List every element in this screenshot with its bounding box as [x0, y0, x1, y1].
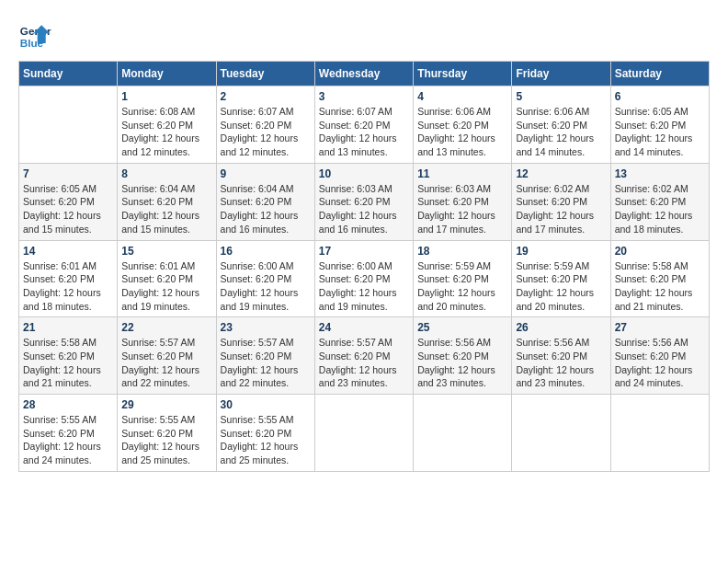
weekday-wednesday: Wednesday — [314, 62, 413, 86]
weekday-monday: Monday — [118, 62, 216, 86]
day-cell — [314, 395, 413, 472]
day-cell: 12Sunrise: 6:02 AM Sunset: 6:20 PM Dayli… — [512, 163, 610, 240]
day-info: Sunrise: 6:04 AM Sunset: 6:20 PM Dayligh… — [221, 182, 311, 236]
day-info: Sunrise: 5:56 AM Sunset: 6:20 PM Dayligh… — [615, 336, 705, 390]
day-info: Sunrise: 6:06 AM Sunset: 6:20 PM Dayligh… — [417, 105, 507, 159]
day-number: 14 — [23, 245, 113, 258]
day-info: Sunrise: 6:05 AM Sunset: 6:20 PM Dayligh… — [615, 105, 705, 159]
day-info: Sunrise: 6:03 AM Sunset: 6:20 PM Dayligh… — [417, 182, 507, 236]
day-number: 9 — [221, 167, 311, 180]
day-info: Sunrise: 5:59 AM Sunset: 6:20 PM Dayligh… — [417, 259, 507, 314]
day-cell: 5Sunrise: 6:06 AM Sunset: 6:20 PM Daylig… — [512, 86, 610, 164]
day-cell: 17Sunrise: 6:00 AM Sunset: 6:20 PM Dayli… — [314, 240, 413, 317]
day-number: 18 — [417, 245, 507, 258]
day-number: 26 — [516, 321, 606, 334]
logo: General Blue — [18, 18, 51, 52]
day-number: 15 — [121, 245, 211, 258]
day-info: Sunrise: 6:05 AM Sunset: 6:20 PM Dayligh… — [23, 182, 113, 236]
week-row-2: 7Sunrise: 6:05 AM Sunset: 6:20 PM Daylig… — [19, 163, 710, 240]
day-number: 11 — [417, 167, 507, 180]
day-info: Sunrise: 6:01 AM Sunset: 6:20 PM Dayligh… — [23, 259, 113, 314]
day-cell: 1Sunrise: 6:08 AM Sunset: 6:20 PM Daylig… — [118, 86, 216, 164]
day-cell: 13Sunrise: 6:02 AM Sunset: 6:20 PM Dayli… — [610, 163, 709, 240]
day-cell: 2Sunrise: 6:07 AM Sunset: 6:20 PM Daylig… — [216, 86, 314, 164]
day-cell: 7Sunrise: 6:05 AM Sunset: 6:20 PM Daylig… — [19, 163, 118, 240]
day-number: 28 — [23, 398, 113, 411]
day-cell: 4Sunrise: 6:06 AM Sunset: 6:20 PM Daylig… — [414, 86, 512, 164]
day-number: 3 — [319, 90, 409, 103]
week-row-3: 14Sunrise: 6:01 AM Sunset: 6:20 PM Dayli… — [19, 240, 710, 317]
day-cell: 14Sunrise: 6:01 AM Sunset: 6:20 PM Dayli… — [19, 240, 118, 317]
weekday-friday: Friday — [512, 62, 610, 86]
day-number: 12 — [516, 167, 606, 180]
day-number: 25 — [417, 321, 507, 334]
day-info: Sunrise: 6:07 AM Sunset: 6:20 PM Dayligh… — [319, 105, 409, 159]
day-number: 27 — [615, 321, 705, 334]
day-cell — [512, 395, 610, 472]
day-info: Sunrise: 5:55 AM Sunset: 6:20 PM Dayligh… — [121, 413, 211, 467]
day-number: 22 — [121, 321, 211, 334]
week-row-5: 28Sunrise: 5:55 AM Sunset: 6:20 PM Dayli… — [19, 395, 710, 472]
day-cell: 16Sunrise: 6:00 AM Sunset: 6:20 PM Dayli… — [216, 240, 314, 317]
day-info: Sunrise: 6:00 AM Sunset: 6:20 PM Dayligh… — [221, 259, 311, 314]
day-number: 5 — [516, 90, 606, 103]
day-cell: 20Sunrise: 5:58 AM Sunset: 6:20 PM Dayli… — [610, 240, 709, 317]
day-info: Sunrise: 6:04 AM Sunset: 6:20 PM Dayligh… — [121, 182, 211, 236]
day-info: Sunrise: 5:55 AM Sunset: 6:20 PM Dayligh… — [221, 413, 311, 467]
day-info: Sunrise: 5:55 AM Sunset: 6:20 PM Dayligh… — [23, 413, 113, 467]
day-cell: 19Sunrise: 5:59 AM Sunset: 6:20 PM Dayli… — [512, 240, 610, 317]
day-number: 7 — [23, 167, 113, 180]
day-info: Sunrise: 6:08 AM Sunset: 6:20 PM Dayligh… — [121, 105, 211, 159]
weekday-thursday: Thursday — [414, 62, 512, 86]
day-cell: 28Sunrise: 5:55 AM Sunset: 6:20 PM Dayli… — [19, 395, 118, 472]
day-cell: 8Sunrise: 6:04 AM Sunset: 6:20 PM Daylig… — [118, 163, 216, 240]
logo-icon: General Blue — [18, 18, 51, 52]
day-number: 6 — [615, 90, 705, 103]
day-number: 19 — [516, 245, 606, 258]
day-number: 21 — [23, 321, 113, 334]
day-cell — [19, 86, 118, 164]
day-cell: 26Sunrise: 5:56 AM Sunset: 6:20 PM Dayli… — [512, 317, 610, 395]
day-cell: 27Sunrise: 5:56 AM Sunset: 6:20 PM Dayli… — [610, 317, 709, 395]
day-number: 1 — [121, 90, 211, 103]
day-number: 13 — [615, 167, 705, 180]
weekday-tuesday: Tuesday — [216, 62, 314, 86]
day-cell: 21Sunrise: 5:58 AM Sunset: 6:20 PM Dayli… — [19, 317, 118, 395]
day-number: 23 — [221, 321, 311, 334]
day-cell: 6Sunrise: 6:05 AM Sunset: 6:20 PM Daylig… — [610, 86, 709, 164]
day-number: 17 — [319, 245, 409, 258]
day-number: 8 — [121, 167, 211, 180]
weekday-sunday: Sunday — [19, 62, 118, 86]
day-info: Sunrise: 5:56 AM Sunset: 6:20 PM Dayligh… — [516, 336, 606, 390]
day-info: Sunrise: 5:57 AM Sunset: 6:20 PM Dayligh… — [121, 336, 211, 390]
day-cell: 23Sunrise: 5:57 AM Sunset: 6:20 PM Dayli… — [216, 317, 314, 395]
day-cell: 25Sunrise: 5:56 AM Sunset: 6:20 PM Dayli… — [414, 317, 512, 395]
day-cell: 9Sunrise: 6:04 AM Sunset: 6:20 PM Daylig… — [216, 163, 314, 240]
day-info: Sunrise: 6:02 AM Sunset: 6:20 PM Dayligh… — [516, 182, 606, 236]
day-info: Sunrise: 5:58 AM Sunset: 6:20 PM Dayligh… — [615, 259, 705, 314]
day-info: Sunrise: 6:01 AM Sunset: 6:20 PM Dayligh… — [121, 259, 211, 314]
calendar-table: SundayMondayTuesdayWednesdayThursdayFrid… — [18, 61, 710, 472]
calendar-body: 1Sunrise: 6:08 AM Sunset: 6:20 PM Daylig… — [19, 86, 710, 472]
day-cell — [414, 395, 512, 472]
day-number: 30 — [221, 398, 311, 411]
day-info: Sunrise: 5:57 AM Sunset: 6:20 PM Dayligh… — [319, 336, 409, 390]
day-cell: 30Sunrise: 5:55 AM Sunset: 6:20 PM Dayli… — [216, 395, 314, 472]
page-header: General Blue — [18, 18, 710, 52]
day-number: 4 — [417, 90, 507, 103]
day-info: Sunrise: 6:06 AM Sunset: 6:20 PM Dayligh… — [516, 105, 606, 159]
day-cell — [610, 395, 709, 472]
day-cell: 29Sunrise: 5:55 AM Sunset: 6:20 PM Dayli… — [118, 395, 216, 472]
day-info: Sunrise: 5:59 AM Sunset: 6:20 PM Dayligh… — [516, 259, 606, 314]
day-number: 10 — [319, 167, 409, 180]
day-cell: 15Sunrise: 6:01 AM Sunset: 6:20 PM Dayli… — [118, 240, 216, 317]
day-number: 16 — [221, 245, 311, 258]
day-info: Sunrise: 5:56 AM Sunset: 6:20 PM Dayligh… — [417, 336, 507, 390]
day-info: Sunrise: 5:57 AM Sunset: 6:20 PM Dayligh… — [221, 336, 311, 390]
day-cell: 18Sunrise: 5:59 AM Sunset: 6:20 PM Dayli… — [414, 240, 512, 317]
day-cell: 24Sunrise: 5:57 AM Sunset: 6:20 PM Dayli… — [314, 317, 413, 395]
day-cell: 3Sunrise: 6:07 AM Sunset: 6:20 PM Daylig… — [314, 86, 413, 164]
day-cell: 11Sunrise: 6:03 AM Sunset: 6:20 PM Dayli… — [414, 163, 512, 240]
week-row-1: 1Sunrise: 6:08 AM Sunset: 6:20 PM Daylig… — [19, 86, 710, 164]
day-number: 29 — [121, 398, 211, 411]
